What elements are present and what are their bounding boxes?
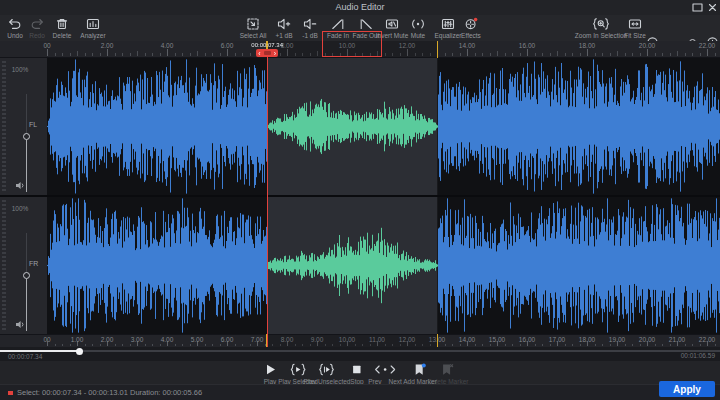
- ruler-label: 6.00: [221, 42, 234, 49]
- status-bar: Select: 00:00:07.34 - 00:00:13.01 Durati…: [0, 384, 720, 400]
- ruler-tick: [175, 53, 176, 56]
- ruler-label: 4.00: [161, 336, 174, 343]
- fit-size-icon: [628, 17, 642, 31]
- ruler-tick: [692, 53, 693, 56]
- ruler-tick: [715, 53, 716, 56]
- title-bar: Audio Editor: [0, 0, 720, 15]
- ruler-label: 21.00: [669, 336, 685, 343]
- ruler-tick: [85, 344, 86, 347]
- ruler-tick: [662, 53, 663, 56]
- waveform-canvas-fr[interactable]: [47, 197, 720, 334]
- ruler-tick: [700, 53, 701, 56]
- vertical-scrollbar[interactable]: [2, 200, 6, 330]
- handle-grip: [264, 51, 271, 55]
- timeline-ruler-bottom[interactable]: 001.002.003.004.005.006.007.008.009.0010…: [0, 334, 720, 347]
- ruler-tick: [625, 344, 626, 347]
- handle-right-arrow-icon: ›: [274, 50, 276, 57]
- ruler-tick: [482, 344, 483, 347]
- playhead-line: [267, 49, 268, 347]
- channel-speaker-icon[interactable]: [15, 319, 26, 330]
- channel-speaker-icon[interactable]: [15, 180, 26, 191]
- ruler-tick: [452, 344, 453, 347]
- effects-label: Effects: [461, 32, 481, 39]
- close-button[interactable]: [708, 3, 717, 12]
- ruler-label: 22.00: [699, 336, 715, 343]
- delete-marker-icon: [440, 363, 456, 376]
- ruler-tick: [70, 344, 71, 347]
- ruler-tick: [160, 53, 161, 56]
- ruler-tick: [610, 53, 611, 56]
- ruler-tick: [242, 53, 243, 56]
- ruler-tick: [242, 344, 243, 347]
- ruler-label: 22.00: [699, 42, 715, 49]
- ruler-tick: [55, 344, 56, 347]
- playhead-handle[interactable]: ‹›: [256, 49, 278, 57]
- ruler-tick: [220, 344, 221, 347]
- channel-name-label: FL: [29, 121, 37, 128]
- ruler-tick: [475, 344, 476, 347]
- ruler-tick: [220, 53, 221, 56]
- volume-slider-knob[interactable]: [23, 272, 30, 279]
- seek-bar-track[interactable]: [0, 350, 720, 352]
- ruler-tick: [152, 344, 153, 347]
- ruler-label: 20.00: [639, 42, 655, 49]
- waveform-canvas-fl[interactable]: [47, 58, 720, 195]
- ruler-tick: [490, 53, 491, 56]
- ruler-tick: [107, 49, 108, 56]
- ruler-tick: [610, 344, 611, 347]
- play-button[interactable]: Play: [263, 363, 277, 385]
- ruler-tick: [452, 53, 453, 56]
- ruler-tick: [235, 53, 236, 56]
- ruler-tick: [62, 53, 63, 56]
- ruler-label: 3.00: [131, 336, 144, 343]
- total-duration-time: 00:01:06.59: [681, 352, 715, 359]
- ruler-tick: [505, 53, 506, 56]
- ruler-tick: [227, 49, 228, 56]
- ruler-tick: [115, 344, 116, 347]
- selection-end-marker-top: [437, 41, 439, 58]
- channel-fr: 100% FR: [0, 197, 720, 334]
- stop-icon: [351, 363, 364, 376]
- volume-slider-fill: [26, 279, 27, 331]
- apply-button[interactable]: Apply: [659, 381, 715, 397]
- ruler-tick: [130, 344, 131, 347]
- ruler-tick: [490, 344, 491, 347]
- analyzer-button[interactable]: Analyzer: [65, 17, 121, 39]
- timeline-ruler-top[interactable]: 002.004.006.008.0010.0012.0014.0016.0018…: [0, 41, 720, 58]
- volume-slider-knob[interactable]: [23, 133, 30, 140]
- channel-volume-label: 100%: [0, 66, 40, 73]
- ruler-tick: [565, 344, 566, 347]
- analyzer-icon: [86, 17, 100, 31]
- ruler-tick: [445, 53, 446, 56]
- ruler-label: 1.00: [71, 336, 84, 343]
- ruler-tick: [445, 344, 446, 347]
- ruler-tick: [527, 49, 528, 56]
- effects-button[interactable]: Effects: [443, 17, 499, 39]
- ruler-tick: [152, 53, 153, 56]
- ruler-tick: [632, 344, 633, 347]
- ruler-tick: [182, 344, 183, 347]
- ruler-tick: [197, 51, 198, 56]
- prev-next-buttons[interactable]: PrevNext: [368, 363, 402, 385]
- seek-bar-fill: [0, 350, 79, 352]
- ruler-tick: [700, 344, 701, 347]
- effects-icon: [464, 17, 478, 31]
- maximize-button[interactable]: [692, 3, 703, 12]
- ruler-tick: [715, 344, 716, 347]
- analyzer-label: Analyzer: [80, 32, 105, 39]
- add-marker-icon: [412, 363, 428, 376]
- vertical-scrollbar[interactable]: [2, 61, 6, 191]
- ruler-tick: [47, 49, 48, 56]
- ruler-tick: [640, 344, 641, 347]
- ruler-tick: [655, 53, 656, 56]
- ruler-tick: [640, 53, 641, 56]
- channel-volume-label: 100%: [0, 205, 40, 212]
- ruler-tick: [692, 344, 693, 347]
- seek-bar-knob[interactable]: [76, 348, 83, 355]
- delete-marker-button[interactable]: Delete Marker: [428, 363, 469, 385]
- stop-button[interactable]: Stop: [350, 363, 363, 385]
- play-unselected-button[interactable]: Play Unselected: [304, 363, 351, 385]
- ruler-tick: [122, 344, 123, 347]
- ruler-tick: [580, 344, 581, 347]
- ruler-tick: [595, 53, 596, 56]
